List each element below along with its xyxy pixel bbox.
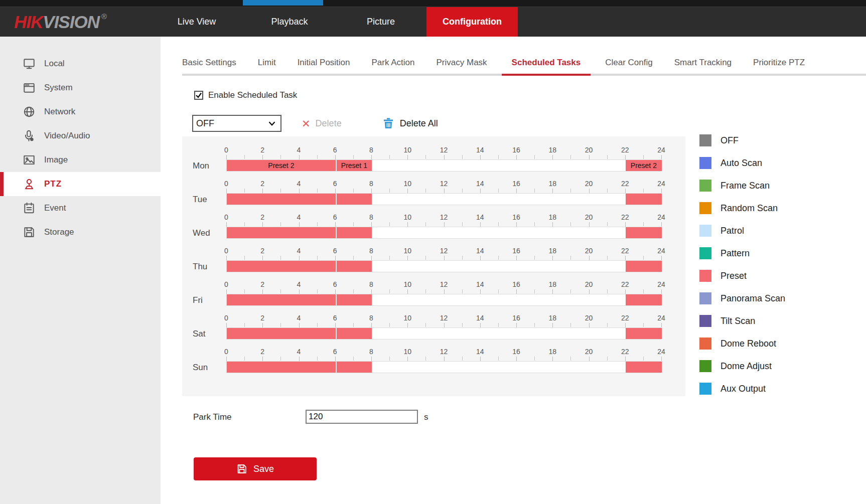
logo-vision: VISION	[43, 12, 99, 32]
task-segment[interactable]	[626, 328, 662, 339]
hour-tick-label: 24	[657, 145, 665, 155]
tab-privacy-mask[interactable]: Privacy Mask	[429, 49, 494, 76]
task-segment[interactable]	[227, 328, 336, 339]
task-segment[interactable]	[626, 227, 662, 238]
hour-tick-label: 4	[297, 280, 301, 289]
hour-tick-label: 18	[548, 145, 556, 155]
task-segment[interactable]	[227, 227, 336, 238]
task-segment[interactable]	[337, 294, 372, 305]
task-segment[interactable]	[337, 362, 372, 373]
sidebar-item-network[interactable]: Network	[0, 100, 161, 124]
legend-item-auto-scan: Auto Scan	[699, 157, 785, 169]
legend-item-pattern: Pattern	[699, 247, 785, 259]
task-segment[interactable]: Preset 1	[337, 160, 372, 171]
tab-clear-config[interactable]: Clear Config	[598, 49, 660, 76]
legend-item-panorama-scan: Panorama Scan	[699, 292, 785, 304]
nav-item-picture[interactable]: Picture	[367, 7, 395, 37]
sidebar-item-ptz[interactable]: PTZ	[0, 172, 161, 196]
nav-item-configuration[interactable]: Configuration	[426, 7, 518, 37]
microphone-icon	[23, 129, 36, 142]
task-segment[interactable]	[626, 294, 662, 305]
hour-tick-label: 16	[512, 145, 520, 155]
legend-color-swatch	[699, 360, 711, 372]
hour-ticks	[226, 256, 661, 260]
hour-tick-label: 14	[476, 145, 484, 155]
hour-tick-label: 20	[585, 280, 593, 289]
hour-tick-label: 10	[403, 145, 411, 155]
sidebar-item-event[interactable]: Event	[0, 196, 161, 220]
legend-color-swatch	[699, 383, 711, 395]
legend-color-swatch	[699, 180, 711, 192]
hour-tick-label: 16	[512, 179, 520, 189]
hour-tick-label: 18	[548, 347, 556, 357]
task-segment[interactable]	[626, 261, 662, 272]
hour-tick-label: 10	[403, 213, 411, 222]
sidebar-item-label: Image	[44, 155, 68, 165]
timeline-bar[interactable]	[226, 294, 661, 306]
timeline-bar[interactable]	[226, 227, 661, 239]
hour-tick-label: 20	[585, 145, 593, 155]
hour-ticks	[226, 189, 661, 193]
park-time-unit: s	[424, 412, 428, 422]
sidebar-item-label: Storage	[44, 227, 74, 237]
hour-tick-label: 6	[333, 179, 337, 189]
sidebar-item-system[interactable]: System	[0, 76, 161, 100]
timeline-bar[interactable]: Preset 2Preset 1Preset 2	[226, 159, 661, 172]
nav-item-playback[interactable]: Playback	[271, 7, 308, 37]
task-segment[interactable]	[227, 261, 336, 272]
day-label: Wed	[193, 228, 210, 239]
save-button[interactable]: Save	[194, 457, 317, 480]
hour-scale: 024681012141618202224	[226, 280, 661, 289]
task-segment[interactable]	[626, 194, 662, 205]
hour-tick-label: 6	[333, 313, 337, 323]
sidebar-item-label: Video/Audio	[44, 131, 90, 141]
tab-basic-settings[interactable]: Basic Settings	[175, 49, 243, 76]
tab-limit[interactable]: Limit	[251, 49, 283, 76]
task-segment[interactable]	[227, 362, 336, 373]
sidebar-item-local[interactable]: Local	[0, 52, 161, 76]
park-time-input[interactable]	[306, 410, 418, 424]
tab-initial-position[interactable]: Initial Position	[291, 49, 357, 76]
hour-tick-label: 4	[297, 246, 301, 256]
task-segment[interactable]	[337, 227, 372, 238]
task-segment[interactable]	[337, 261, 372, 272]
timeline-bar[interactable]	[226, 260, 661, 272]
task-segment[interactable]	[227, 194, 336, 205]
timeline-bar[interactable]	[226, 361, 661, 373]
hour-tick-label: 14	[476, 280, 484, 289]
delete-all-button[interactable]: Delete All	[383, 117, 438, 129]
task-segment[interactable]	[227, 294, 336, 305]
hour-tick-label: 16	[512, 280, 520, 289]
timeline-bar[interactable]	[226, 193, 661, 205]
legend-color-swatch	[699, 338, 711, 350]
delete-x-icon: ✕	[302, 118, 311, 129]
task-type-select[interactable]: OFF	[192, 115, 281, 132]
task-segment[interactable]	[337, 328, 372, 339]
hour-tick-label: 0	[224, 213, 228, 222]
task-segment[interactable]	[337, 194, 372, 205]
enable-scheduled-task-checkbox[interactable]	[194, 91, 203, 100]
enable-scheduled-task-label: Enable Scheduled Task	[208, 90, 297, 100]
tab-smart-tracking[interactable]: Smart Tracking	[667, 49, 739, 76]
schedule-panel: Mon024681012141618202224Preset 2Preset 1…	[182, 136, 685, 396]
timeline-bar[interactable]	[226, 327, 661, 340]
legend-label: Frame Scan	[720, 181, 770, 191]
hour-tick-label: 18	[548, 179, 556, 189]
globe-icon	[23, 105, 36, 118]
sidebar-item-image[interactable]: Image	[0, 148, 161, 172]
task-segment[interactable]: Preset 2	[626, 160, 662, 171]
tab-scheduled-tasks[interactable]: Scheduled Tasks	[502, 49, 591, 76]
task-segment[interactable]	[626, 362, 662, 373]
sidebar-item-storage[interactable]: Storage	[0, 220, 161, 244]
hour-tick-label: 4	[297, 347, 301, 357]
hour-tick-label: 0	[224, 246, 228, 256]
day-label: Tue	[193, 194, 207, 205]
day-label: Thu	[193, 261, 207, 272]
delete-button[interactable]: ✕ Delete	[302, 118, 342, 129]
hour-ticks	[226, 155, 661, 159]
tab-park-action[interactable]: Park Action	[365, 49, 422, 76]
sidebar-item-video-audio[interactable]: Video/Audio	[0, 124, 161, 148]
task-segment[interactable]: Preset 2	[227, 160, 336, 171]
tab-prioritize-ptz[interactable]: Prioritize PTZ	[746, 49, 812, 76]
nav-item-live-view[interactable]: Live View	[178, 7, 216, 37]
